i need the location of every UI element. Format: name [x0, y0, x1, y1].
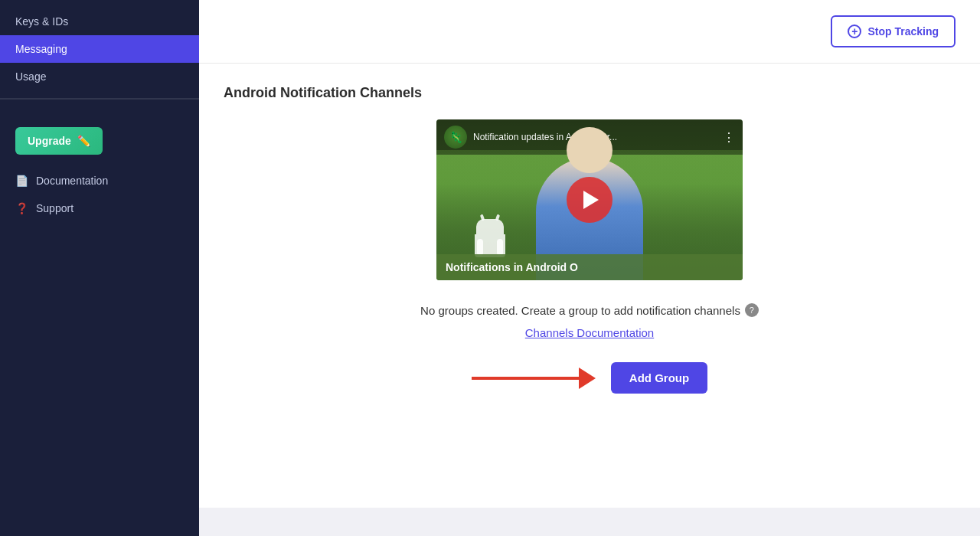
- person-head: [567, 127, 612, 173]
- channels-doc-link[interactable]: Channels Documentation: [224, 326, 956, 339]
- sidebar-item-support[interactable]: ❓ Support: [0, 194, 199, 222]
- sidebar-item-label: Keys & IDs: [15, 15, 68, 28]
- android-left-arm: [477, 239, 483, 256]
- sidebar-item-keys-ids[interactable]: Keys & IDs: [0, 8, 199, 35]
- upgrade-icon: ✏️: [77, 135, 90, 147]
- sidebar-item-label: Usage: [15, 70, 46, 83]
- add-group-button[interactable]: Add Group: [611, 362, 707, 394]
- sidebar-item-label: Messaging: [15, 43, 67, 55]
- android-bot: [475, 219, 505, 257]
- no-groups-text: No groups created. Create a group to add…: [420, 304, 740, 317]
- avatar-image: 🦎: [444, 126, 467, 149]
- sidebar-nav: Keys & IDs Messaging Usage: [0, 0, 199, 99]
- sidebar: Keys & IDs Messaging Usage Upgrade ✏️ 📄 …: [0, 0, 199, 536]
- sidebar-item-documentation[interactable]: 📄 Documentation: [0, 167, 199, 194]
- help-icon[interactable]: ?: [745, 303, 759, 317]
- sidebar-item-messaging[interactable]: Messaging: [0, 35, 199, 63]
- top-bar: + Stop Tracking: [199, 0, 980, 64]
- upgrade-label: Upgrade: [28, 135, 71, 147]
- main-content: + Stop Tracking Android Notification Cha…: [199, 0, 980, 536]
- add-group-row: Add Group: [224, 362, 956, 394]
- sidebar-secondary: Upgrade ✏️ 📄 Documentation ❓ Support: [0, 99, 199, 230]
- arrow-head: [579, 368, 596, 389]
- channel-avatar: 🦎: [444, 126, 467, 149]
- sidebar-item-label: Documentation: [36, 175, 108, 187]
- video-thumbnail[interactable]: 🦎 Notification updates in Android Or... …: [436, 119, 743, 280]
- sidebar-item-label: Support: [36, 202, 74, 214]
- plus-icon: +: [848, 25, 861, 38]
- document-icon: 📄: [15, 175, 28, 187]
- no-groups-message: No groups created. Create a group to add…: [224, 303, 956, 317]
- video-image: 🦎 Notification updates in Android Or... …: [436, 119, 743, 280]
- question-icon: ❓: [15, 202, 28, 214]
- stop-tracking-button[interactable]: + Stop Tracking: [831, 15, 956, 47]
- play-icon: [583, 191, 599, 209]
- play-button[interactable]: [567, 177, 612, 223]
- android-right-arm: [497, 239, 503, 256]
- android-head: [476, 219, 504, 234]
- notification-channels-section: Android Notification Channels 🦎 Notifica…: [199, 64, 980, 508]
- video-footer: Notifications in Android O: [436, 254, 743, 280]
- upgrade-button[interactable]: Upgrade ✏️: [15, 127, 103, 155]
- video-menu-icon[interactable]: ⋮: [723, 130, 735, 145]
- sidebar-item-usage[interactable]: Usage: [0, 63, 199, 90]
- video-footer-text: Notifications in Android O: [446, 261, 578, 273]
- arrow-line: [472, 377, 579, 380]
- section-title: Android Notification Channels: [224, 85, 956, 101]
- stop-tracking-label: Stop Tracking: [867, 25, 939, 38]
- arrow-container: [472, 368, 596, 389]
